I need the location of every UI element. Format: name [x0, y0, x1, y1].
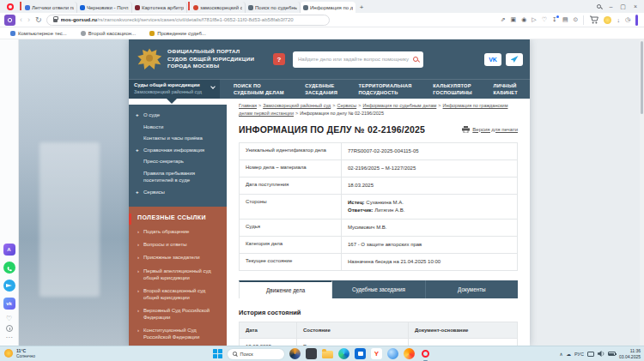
pinboard-icon[interactable]: ↧ — [552, 16, 557, 23]
nav-item-hearings[interactable]: СУДЕБНЫЕЗАСЕДАНИЯ — [305, 83, 337, 99]
tab-documents[interactable]: Документы — [426, 280, 518, 298]
opera-taskbar-icon[interactable] — [420, 348, 431, 359]
whatsapp-icon[interactable] — [3, 262, 15, 274]
breadcrumb-link[interactable]: Информация по судебным делам — [362, 103, 436, 108]
snapshot-icon[interactable]: ▣ — [511, 16, 517, 23]
telegram-icon[interactable] — [3, 280, 15, 292]
nav-item-case-search[interactable]: ПОИСК ПОСУДЕБНЫМ ДЕЛАМ — [234, 83, 284, 99]
useful-link-jurors[interactable]: ›Присяжные заседатели — [136, 254, 220, 261]
opera-menu-button[interactable] — [2, 0, 19, 13]
breadcrumb-link[interactable]: Замоскворецкий районный суд — [263, 103, 331, 108]
minimize-button[interactable]: – — [609, 3, 612, 9]
menu-item-contacts[interactable]: Контакты и часы приёма — [136, 135, 220, 141]
breadcrumb: Главная>Замоскворецкий районный суд>Серв… — [239, 102, 518, 118]
reader-panels-icon[interactable]: ▤ — [562, 16, 568, 23]
menu-item-services[interactable]: +Сервисы — [136, 189, 220, 196]
useful-link-faq[interactable]: ›Вопросы и ответы — [136, 241, 220, 248]
nav-item-jurisdiction[interactable]: ТЕРРИТОРИАЛЬНАЯПОДСУДНОСТЬ — [359, 83, 412, 99]
address-bar[interactable]: mos-gorsud.ru/rs/zamoskvoreckij/services… — [46, 15, 330, 26]
workspace-button[interactable] — [4, 15, 15, 26]
useful-link-first-appellate[interactable]: ›Первый апелляционный суд общей юрисдикц… — [136, 268, 220, 281]
widgets-icon[interactable] — [289, 348, 301, 359]
expand-plus-icon: + — [136, 147, 140, 153]
tab-case-movement[interactable]: Движение дела — [239, 280, 332, 298]
page-scrollbar[interactable] — [640, 39, 644, 346]
close-button[interactable]: × — [634, 3, 637, 9]
firefox-icon[interactable] — [404, 348, 415, 359]
browser-tab-2[interactable]: Черновики - Почта Mail — [77, 2, 132, 13]
arrow-icon: › — [137, 327, 139, 340]
useful-link-submit-appeal[interactable]: ›Подать обращение — [136, 228, 220, 235]
vk-messenger-icon[interactable]: vk — [3, 298, 15, 310]
taskbar-search[interactable]: Поиск — [228, 349, 284, 359]
useful-link-second-cassation[interactable]: ›Второй кассационный суд общей юрисдикци… — [136, 287, 220, 301]
maximize-button[interactable]: ▢ — [620, 3, 626, 10]
display-cast-icon[interactable] — [587, 352, 594, 357]
menu-item-reference[interactable]: +Справочная информация — [136, 147, 220, 153]
battery-icon[interactable] — [608, 352, 616, 356]
nav-item-personal-cabinet[interactable]: ЛИЧНЫЙКАБИНЕТ — [493, 83, 518, 99]
browser-tab-4[interactable]: замоскворецкий суд — З... — [191, 2, 246, 13]
vpn-badge-icon[interactable]: ◉ — [521, 16, 526, 23]
sidebar-toggle[interactable] — [635, 15, 638, 26]
reload-button[interactable]: ↻ — [34, 16, 43, 24]
menu-item-press-secretary[interactable]: Пресс-секретарь — [136, 158, 220, 165]
history-clock-icon[interactable] — [6, 325, 13, 332]
app-icon-dark[interactable] — [306, 348, 317, 359]
bookmark-item[interactable]: Компьютерное тес... — [10, 31, 67, 36]
vk-social-button[interactable]: VK — [484, 53, 501, 66]
breadcrumb-link[interactable]: Сервисы — [337, 103, 356, 108]
menu-item-visitor-rules[interactable]: Правила пребывания посетителей в суде — [136, 170, 220, 184]
aria-ai-icon[interactable]: A — [3, 244, 15, 256]
assistant-help-button[interactable]: ? — [273, 53, 285, 65]
useful-link-constitutional-court[interactable]: ›Конституционный Суд Российской Федераци… — [136, 327, 220, 340]
forward-button[interactable]: › — [27, 16, 31, 24]
weather-widget[interactable]: 11°C Солнечно — [4, 348, 35, 358]
browser-tab-5[interactable]: Поиск по судебным дел... — [246, 2, 301, 13]
nav-item-fee-calculator[interactable]: КАЛЬКУЛЯТОРГОСПОШЛИНЫ — [433, 83, 472, 99]
yandex-icon[interactable]: Y — [371, 348, 382, 359]
file-explorer-icon[interactable] — [322, 348, 333, 359]
cashback-coin-icon[interactable] — [604, 16, 611, 24]
menu-item-news[interactable]: Новости — [136, 123, 220, 130]
scrollbar-thumb[interactable] — [641, 41, 643, 114]
back-button[interactable]: ‹ — [19, 16, 23, 24]
bookmark-item[interactable]: Проведение судеб... — [149, 31, 206, 36]
browser-tab-active[interactable]: Информация по делу № — [301, 2, 355, 13]
search-icon[interactable] — [413, 57, 418, 62]
downloads-icon[interactable]: ↓ — [617, 17, 620, 23]
system-tray: ∧ ☁ РУС 11:36 03.04.2025 — [559, 346, 641, 361]
bookmark-heart-icon[interactable]: ♡ — [542, 16, 547, 23]
opera-logo-icon — [7, 3, 14, 10]
start-button[interactable] — [213, 349, 222, 358]
tab-court-hearings[interactable]: Судебные заседания — [332, 280, 425, 298]
site-search-input[interactable] — [298, 57, 410, 62]
tray-chevron-up-icon[interactable]: ∧ — [559, 352, 562, 357]
profile-icon[interactable]: ⊙ — [574, 16, 579, 23]
detail-label: Дата поступления — [240, 177, 341, 194]
useful-link-supreme-court[interactable]: ›Верховный Суд Российской Федерации — [136, 307, 220, 321]
telegram-social-button[interactable] — [506, 53, 523, 66]
court-selector[interactable]: Суды общей юрисдикции Замоскворецкий рай… — [129, 80, 220, 99]
mail-app-icon[interactable] — [387, 348, 398, 359]
volume-icon[interactable] — [598, 351, 605, 357]
browser-tab-3[interactable]: Картотека арбитражных... — [132, 2, 187, 13]
tab-search-icon[interactable] — [597, 4, 601, 9]
bookmark-item[interactable]: Второй кассацион... — [81, 31, 136, 36]
print-version-link[interactable]: Версия для печати — [462, 126, 518, 133]
history-icon[interactable]: ◷ — [625, 16, 630, 23]
cart-icon[interactable] — [589, 15, 598, 24]
share-icon[interactable]: ⇗ — [501, 16, 506, 23]
new-tab-button[interactable]: + — [355, 2, 368, 13]
language-indicator[interactable]: РУС — [574, 352, 584, 357]
more-icon[interactable]: ⋯ — [6, 334, 13, 341]
edge-browser-icon[interactable] — [338, 348, 349, 359]
onedrive-cloud-icon[interactable]: ☁ — [566, 352, 571, 357]
taskbar-clock[interactable]: 11:36 03.04.2025 — [619, 348, 641, 359]
breadcrumb-link[interactable]: Главная — [239, 103, 257, 108]
player-icon[interactable]: ▷ — [532, 16, 536, 23]
store-icon[interactable] — [355, 348, 366, 359]
favorites-heart-icon[interactable]: ♡ — [6, 316, 12, 322]
browser-tab-1[interactable]: Летчики отвели падающ... — [22, 2, 77, 13]
menu-item-about[interactable]: +О суде — [136, 111, 220, 118]
